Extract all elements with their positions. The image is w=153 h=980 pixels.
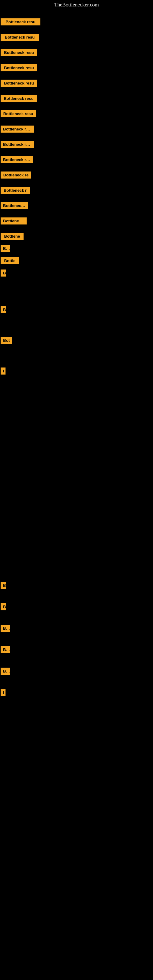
site-header: TheBottlenecker.com — [0, 0, 153, 10]
bottleneck-button-0[interactable]: Bottleneck resu — [1, 18, 40, 25]
bottleneck-button-5[interactable]: Bottleneck resu — [1, 95, 37, 102]
bottleneck-button-18[interactable]: B — [1, 306, 6, 313]
buttons-container: Bottleneck resuBottleneck resuBottleneck… — [0, 10, 153, 980]
bottleneck-button-4[interactable]: Bottleneck resu — [1, 80, 37, 87]
bottleneck-button-25[interactable]: Bo — [1, 668, 10, 675]
bottleneck-button-24[interactable]: Bo — [1, 646, 10, 653]
bottleneck-button-15[interactable]: Bo — [1, 245, 10, 252]
bottleneck-button-6[interactable]: Bottleneck resu — [1, 110, 36, 117]
bottleneck-button-14[interactable]: Bottlene — [1, 233, 24, 240]
bottleneck-button-11[interactable]: Bottleneck r — [1, 187, 30, 194]
bottleneck-button-3[interactable]: Bottleneck resu — [1, 64, 37, 72]
bottleneck-button-7[interactable]: Bottleneck resu — [1, 126, 34, 133]
bottleneck-button-13[interactable]: Bottleneck r — [1, 218, 27, 224]
bottleneck-button-20[interactable]: I — [1, 368, 5, 375]
bottleneck-button-21[interactable]: B — [1, 582, 6, 589]
bottleneck-button-22[interactable]: B — [1, 603, 6, 610]
site-title: TheBottlenecker.com — [54, 2, 99, 8]
bottleneck-button-1[interactable]: Bottleneck resu — [1, 34, 39, 41]
bottleneck-button-26[interactable]: I — [1, 689, 5, 696]
bottleneck-button-23[interactable]: Bo — [1, 625, 10, 632]
bottleneck-button-2[interactable]: Bottleneck resu — [1, 49, 37, 56]
bottleneck-button-16[interactable]: Bottle — [1, 257, 19, 264]
bottleneck-button-19[interactable]: Bot — [1, 337, 12, 344]
bottleneck-button-12[interactable]: Bottleneck r — [1, 202, 28, 209]
bottleneck-button-10[interactable]: Bottleneck re — [1, 172, 31, 178]
bottleneck-button-8[interactable]: Bottleneck resu — [1, 141, 33, 148]
bottleneck-button-9[interactable]: Bottleneck resu — [1, 156, 33, 163]
bottleneck-button-17[interactable]: B — [1, 269, 6, 277]
